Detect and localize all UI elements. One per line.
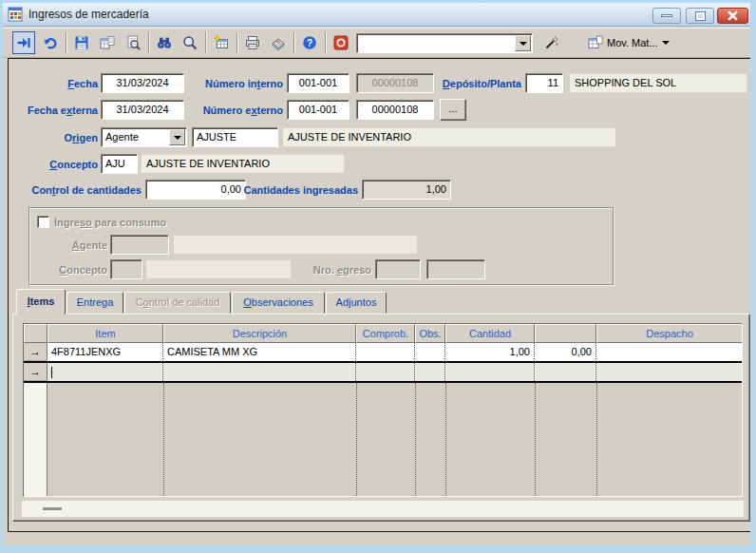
column-separator	[415, 383, 416, 496]
numero-externo-serie-input[interactable]: 001-001	[287, 100, 350, 120]
print-button[interactable]	[241, 31, 264, 54]
consumo-agente-input	[110, 235, 169, 255]
control-cantidades-input[interactable]: 0,00	[145, 180, 246, 200]
go-button[interactable]	[12, 31, 35, 54]
copy-record-button[interactable]	[96, 31, 119, 54]
browse-button[interactable]: ...	[440, 99, 466, 121]
cell-item[interactable]: 4F8711JENXG	[47, 343, 163, 361]
toolbar-separator	[66, 32, 67, 53]
cell-obs[interactable]	[415, 343, 445, 361]
origen-select[interactable]: Agente	[101, 127, 187, 147]
control-cantidades-label: Control de cantidades	[12, 181, 142, 200]
column-separator	[535, 383, 536, 496]
cell-descripcion[interactable]: CAMISETA MM XG	[163, 343, 356, 361]
combobox-dropdown-button[interactable]	[515, 35, 531, 51]
printer-options-icon	[271, 35, 286, 50]
column-separator	[356, 383, 357, 496]
concepto-codigo-input[interactable]: AJU	[101, 154, 138, 174]
magnifier-icon	[182, 35, 198, 50]
cell-cantidad2[interactable]	[535, 363, 596, 381]
grid-header-comprob: Comprob.	[356, 324, 415, 343]
combobox-value	[357, 34, 514, 52]
print-preview-icon	[125, 35, 141, 50]
consumo-checkbox[interactable]	[37, 216, 49, 228]
tab-control-de-calidad: Control de calidad	[124, 292, 231, 314]
copy-record-icon	[100, 35, 115, 50]
toolbar-separator	[325, 32, 327, 53]
items-tab-page: Item Descripción Comprob. Obs. Cantidad …	[12, 314, 750, 522]
table-row[interactable]: → 4F8711JENXG CAMISETA MM XG 1,00 0,00	[24, 343, 742, 361]
minimize-button[interactable]	[652, 8, 681, 24]
toolbar: ? Mov. Mat...	[3, 28, 750, 58]
tab-entrega[interactable]: Entrega	[66, 292, 123, 314]
numero-interno-serie-input[interactable]: 001-001	[287, 73, 350, 93]
grid-header-cantidad2	[535, 324, 596, 343]
deposito-descripcion: SHOPPING DEL SOL	[570, 74, 747, 92]
mov-mat-icon	[588, 35, 603, 50]
cell-obs[interactable]	[415, 363, 445, 381]
help-icon: ?	[302, 35, 317, 50]
cell-descripcion[interactable]	[163, 363, 356, 381]
toolbar-combobox[interactable]	[356, 33, 533, 53]
cell-despacho[interactable]	[596, 363, 742, 381]
save-button[interactable]	[70, 31, 93, 54]
tab-observaciones[interactable]: Observaciones	[232, 292, 325, 314]
cell-despacho[interactable]	[596, 343, 742, 361]
help-button[interactable]: ?	[298, 31, 321, 54]
grid-header-row: Item Descripción Comprob. Obs. Cantidad …	[24, 324, 742, 343]
cell-cantidad2[interactable]: 0,00	[535, 343, 596, 361]
cell-comprob[interactable]	[356, 363, 415, 381]
numero-externo-numero-input[interactable]: 00000108	[356, 100, 434, 120]
horizontal-scrollbar[interactable]	[22, 501, 744, 517]
tab-adjuntos[interactable]: Adjuntos	[326, 292, 387, 314]
close-button[interactable]	[717, 8, 748, 24]
close-icon	[728, 10, 738, 21]
toolbar-separator	[293, 32, 295, 53]
grid-empty-area	[24, 383, 742, 496]
row-selector[interactable]: →	[24, 343, 47, 361]
go-icon	[16, 35, 31, 50]
fecha-input[interactable]: 31/03/2024	[101, 73, 184, 93]
new-sheet-button[interactable]	[210, 31, 233, 54]
chevron-down-icon	[662, 41, 670, 45]
find-button[interactable]	[153, 31, 176, 54]
table-row-current[interactable]: →	[24, 363, 742, 381]
app-icon	[8, 7, 23, 22]
wand-button[interactable]	[540, 31, 563, 54]
cell-cantidad[interactable]	[445, 363, 535, 381]
exit-button[interactable]	[330, 31, 352, 54]
nro-egreso-label: Nro. egreso	[305, 260, 371, 279]
maximize-button[interactable]	[686, 8, 714, 24]
consumo-concepto-label: Concepto	[41, 260, 107, 279]
zoom-button[interactable]	[179, 31, 201, 54]
origen-selected-value: Agente	[102, 128, 168, 146]
numero-interno-label: Número interno	[179, 74, 283, 93]
consumo-concepto-descripcion	[146, 260, 291, 278]
origen-dropdown-button[interactable]	[169, 129, 185, 145]
minimize-icon	[661, 14, 672, 17]
mov-mat-menu-button[interactable]: Mov. Mat...	[584, 32, 673, 53]
chevron-down-icon	[174, 136, 181, 140]
fecha-externa-input[interactable]: 31/03/2024	[101, 100, 184, 120]
cell-comprob[interactable]	[356, 343, 415, 361]
window-title: Ingresos de mercadería	[28, 8, 149, 21]
cell-cantidad[interactable]: 1,00	[445, 343, 535, 361]
column-separator	[163, 383, 164, 496]
grid-header-cantidad: Cantidad	[445, 324, 535, 343]
grid-empty-selector-column	[24, 383, 47, 496]
print-options-button[interactable]	[267, 31, 290, 54]
mov-mat-label: Mov. Mat...	[607, 37, 658, 48]
new-sheet-icon	[214, 35, 229, 50]
tab-items[interactable]: Items	[16, 289, 66, 315]
row-selector[interactable]: →	[24, 363, 47, 381]
text-caret	[51, 367, 52, 378]
save-icon	[74, 35, 89, 50]
deposito-input[interactable]: 11	[525, 73, 563, 93]
scrollbar-thumb[interactable]	[43, 507, 62, 510]
numero-externo-label: Número externo	[179, 101, 283, 120]
print-preview-button[interactable]	[122, 31, 144, 54]
undo-button[interactable]	[39, 31, 62, 54]
column-separator	[445, 383, 446, 496]
cell-item-editing[interactable]	[47, 363, 163, 381]
origen-codigo-input[interactable]: AJUSTE	[192, 127, 278, 147]
